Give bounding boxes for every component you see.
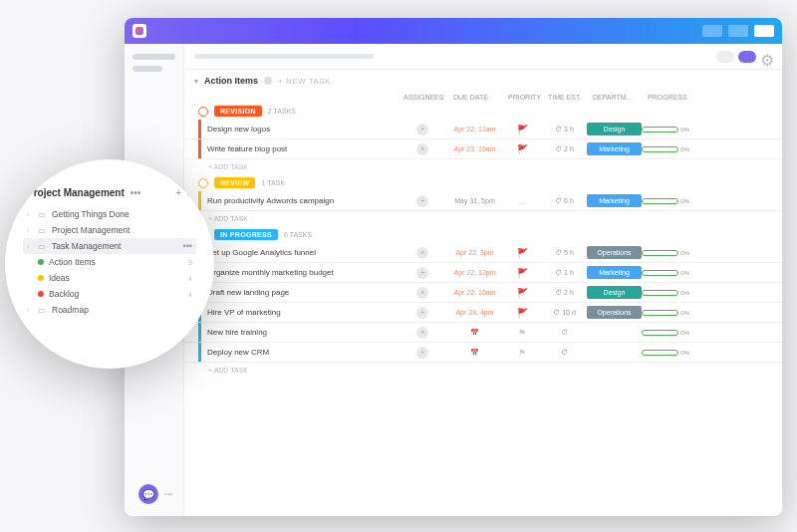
assignee-avatar[interactable]: +	[416, 247, 428, 259]
priority-flag-icon[interactable]: 🚩	[502, 125, 542, 134]
task-count: 6 TASKS	[284, 231, 312, 238]
info-icon[interactable]	[264, 77, 272, 85]
folder-icon: ▭	[38, 242, 47, 251]
task-row[interactable]: Hire VP of marketing+Apr 28, 4pm🚩⏱ 10 dO…	[184, 303, 782, 323]
status-circle-icon	[198, 107, 208, 117]
progress-bar	[642, 310, 678, 316]
due-date-icon[interactable]: 📅	[447, 349, 502, 357]
task-count: 2 TASKS	[268, 108, 296, 115]
department-tag: Design	[587, 123, 642, 135]
task-name-cell: Hire VP of marketing	[198, 303, 398, 322]
item-count: 4	[188, 291, 192, 298]
list-dot-icon	[38, 275, 44, 281]
assignee-avatar[interactable]: +	[416, 287, 428, 299]
progress-text: 0%	[680, 290, 689, 296]
priority-flag-icon[interactable]: ⚑	[502, 348, 542, 358]
assignee-avatar[interactable]: +	[416, 195, 428, 207]
status-group-header[interactable]: IN PROGRESS6 TASKS	[184, 226, 782, 243]
priority-flag-icon[interactable]: 🚩	[502, 144, 542, 154]
status-group-header[interactable]: REVISION2 TASKS	[184, 103, 782, 120]
section-title: Action Items	[204, 76, 258, 86]
assignee-avatar[interactable]: +	[416, 327, 428, 339]
window-minimize-button[interactable]	[702, 25, 722, 37]
add-task-button[interactable]: + ADD TASK	[184, 159, 782, 174]
priority-flag-icon[interactable]: 🚩	[502, 248, 542, 258]
due-date[interactable]: Apr 22, 12pm	[447, 269, 502, 276]
department-tag: Operations	[587, 306, 642, 319]
progress-text: 0%	[680, 350, 689, 356]
task-row[interactable]: Organize monthly marketing budget+Apr 22…	[184, 263, 782, 283]
more-icon[interactable]: •••	[131, 187, 141, 198]
view-toggle-option[interactable]	[716, 51, 734, 63]
task-row[interactable]: New hire training+📅⚑⏱0%	[184, 323, 782, 343]
time-estimate: ⏱ 2 h	[542, 289, 587, 296]
sidebar-item[interactable]: Ideas4	[27, 270, 192, 286]
assignee-avatar[interactable]: +	[416, 307, 428, 319]
sidebar-item[interactable]: ›▭Task Management•••	[23, 238, 196, 254]
sidebar-item[interactable]: ›▭Roadmap	[27, 302, 192, 318]
window-controls	[702, 25, 774, 37]
task-name-cell: Write feature blog post	[198, 139, 398, 158]
plus-icon[interactable]: +	[175, 187, 181, 198]
task-name-cell: Organize monthly marketing budget	[198, 263, 398, 282]
due-date[interactable]: Apr 28, 4pm	[447, 309, 502, 316]
sidebar-item[interactable]: Backlog4	[27, 286, 192, 302]
add-task-button[interactable]: + ADD TASK	[184, 363, 782, 378]
time-estimate: ⏱ 6 h	[542, 197, 587, 204]
progress-cell: 0%	[642, 310, 689, 316]
time-estimate-icon[interactable]: ⏱	[542, 349, 587, 356]
priority-flag-icon[interactable]: 🚩	[502, 288, 542, 298]
task-row[interactable]: Deploy new CRM+📅⚑⏱0%	[184, 343, 782, 363]
add-task-button[interactable]: + ADD TASK	[184, 211, 782, 226]
due-date[interactable]: May 31, 5pm	[447, 197, 502, 204]
page-toolbar: ⚙	[184, 44, 782, 70]
task-row[interactable]: Draft new landing page+Apr 22, 10am🚩⏱ 2 …	[184, 283, 782, 303]
window-close-button[interactable]	[754, 25, 774, 37]
item-count: 4	[188, 275, 192, 282]
priority-flag-icon[interactable]: 🚩	[502, 308, 542, 318]
progress-bar	[642, 250, 678, 256]
window-titlebar	[125, 18, 782, 44]
assignee-avatar[interactable]: +	[416, 124, 428, 135]
due-date[interactable]: Apr 23, 10am	[447, 145, 502, 152]
assignee-avatar[interactable]: +	[416, 347, 428, 359]
more-icon[interactable]: •••	[183, 241, 192, 251]
department-tag: Marketing	[587, 142, 642, 155]
chevron-down-icon[interactable]: ▾	[194, 77, 198, 86]
view-toggle-option-active[interactable]	[738, 51, 756, 63]
priority-flag-icon[interactable]: 🚩	[502, 268, 542, 278]
sidebar-item[interactable]: ›▭Project Management	[27, 222, 192, 238]
due-date-icon[interactable]: 📅	[447, 329, 502, 337]
col-due: DUE DATE	[453, 94, 508, 101]
status-group-header[interactable]: REVIEW1 TASK	[184, 174, 782, 191]
task-title: Draft new landing page	[207, 288, 289, 297]
due-date[interactable]: Apr 22, 11am	[447, 126, 502, 133]
window-maximize-button[interactable]	[728, 25, 748, 37]
new-task-button[interactable]: + NEW TASK	[278, 77, 331, 86]
list-dot-icon	[38, 259, 44, 265]
task-title: Write feature blog post	[207, 144, 287, 153]
task-title: Organize monthly marketing budget	[207, 268, 334, 277]
task-name-cell: Draft new landing page	[198, 283, 398, 302]
task-row[interactable]: Run productivity Adwords campaign+May 31…	[184, 191, 782, 211]
progress-bar	[642, 270, 678, 276]
sidebar-item[interactable]: ›▭Getting Things Done	[27, 206, 192, 222]
due-date[interactable]: Apr 22, 3pm	[447, 249, 502, 256]
list-dot-icon	[38, 291, 44, 297]
priority-flag-icon[interactable]: …	[502, 196, 542, 206]
priority-flag-icon[interactable]: ⚑	[502, 328, 542, 338]
department-tag: Marketing	[587, 266, 642, 279]
sidebar-item[interactable]: Action Items9	[27, 254, 192, 270]
status-tag: IN PROGRESS	[214, 229, 278, 240]
gear-icon[interactable]: ⚙	[760, 51, 772, 63]
task-row[interactable]: Design new logos+Apr 22, 11am🚩⏱ 3 hDesig…	[184, 120, 782, 139]
assignee-avatar[interactable]: +	[416, 143, 428, 155]
progress-bar	[642, 198, 678, 204]
task-name-cell: New hire training	[198, 323, 398, 342]
task-row[interactable]: Write feature blog post+Apr 23, 10am🚩⏱ 2…	[184, 139, 782, 159]
task-count: 1 TASK	[261, 179, 284, 186]
task-row[interactable]: Set up Google Analytics funnel+Apr 22, 3…	[184, 243, 782, 263]
assignee-avatar[interactable]: +	[416, 267, 428, 279]
time-estimate-icon[interactable]: ⏱	[542, 329, 587, 336]
due-date[interactable]: Apr 22, 10am	[447, 289, 502, 296]
